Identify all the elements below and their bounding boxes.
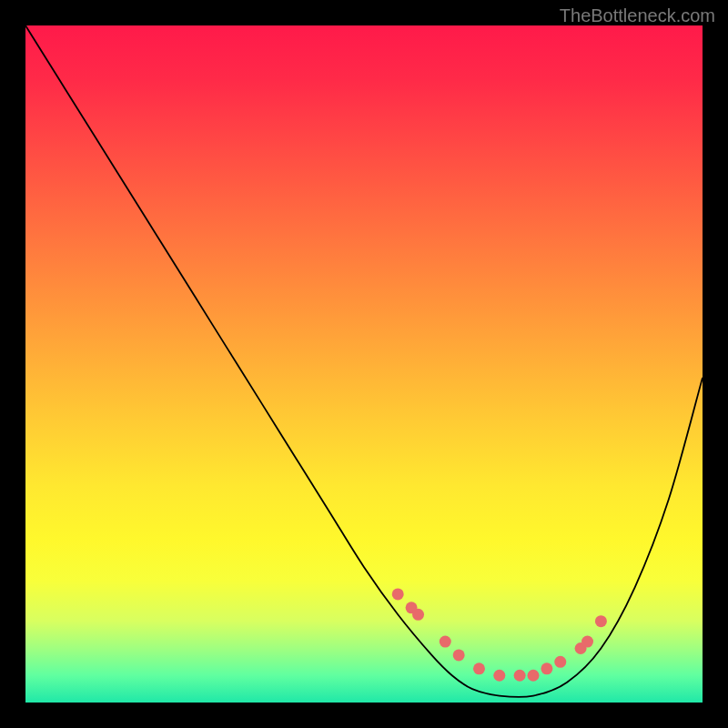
data-point [493, 670, 505, 682]
data-point [440, 636, 451, 648]
chart-svg [25, 25, 703, 703]
plot-area [25, 25, 703, 703]
data-point [412, 609, 424, 621]
data-point [581, 636, 593, 648]
dots-group [392, 588, 607, 681]
data-point [528, 670, 540, 682]
data-point [392, 588, 404, 600]
watermark-text: TheBottleneck.com [560, 5, 715, 26]
data-point [453, 649, 465, 661]
data-point [473, 662, 485, 674]
data-point [595, 615, 607, 627]
data-point [541, 662, 552, 674]
data-point [514, 670, 526, 682]
bottleneck-curve-path [25, 25, 703, 697]
data-point [554, 656, 566, 668]
